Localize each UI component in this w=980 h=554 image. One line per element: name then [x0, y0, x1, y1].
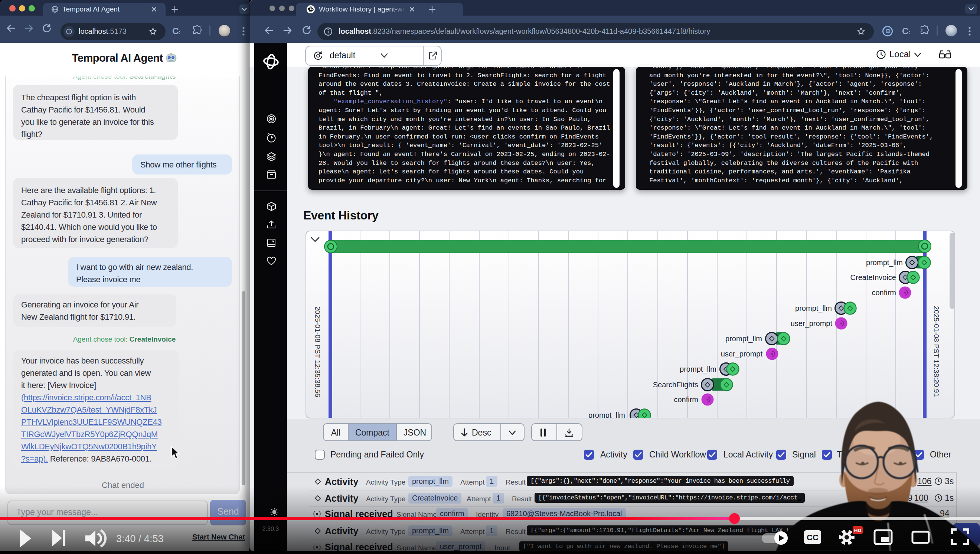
svg-text:prompt_llm: prompt_llm — [866, 258, 903, 267]
svg-text:user_prompt: user_prompt — [721, 350, 763, 358]
svg-text:2025-01-08 PST 12:38:20.91: 2025-01-08 PST 12:38:20.91 — [932, 306, 940, 397]
svg-text:prompt_llm: prompt_llm — [795, 304, 832, 313]
svg-text:SearchFlights: SearchFlights — [653, 380, 698, 389]
svg-text:confirm: confirm — [872, 288, 896, 297]
svg-text:user_prompt: user_prompt — [791, 319, 833, 328]
svg-text:HD: HD — [854, 528, 862, 533]
svg-text:prompt_llm: prompt_llm — [725, 334, 762, 343]
svg-text:CC: CC — [807, 533, 819, 542]
svg-text:confirm: confirm — [674, 395, 698, 404]
svg-text:3:40 / 4:53: 3:40 / 4:53 — [116, 533, 164, 544]
svg-text:prompt_llm: prompt_llm — [680, 365, 716, 374]
svg-text:2025-01-08 PST 12:35:38.56: 2025-01-08 PST 12:35:38.56 — [314, 306, 321, 397]
svg-text:CreateInvoice: CreateInvoice — [850, 273, 896, 282]
svg-text:prompt_llm: prompt_llm — [589, 411, 625, 418]
